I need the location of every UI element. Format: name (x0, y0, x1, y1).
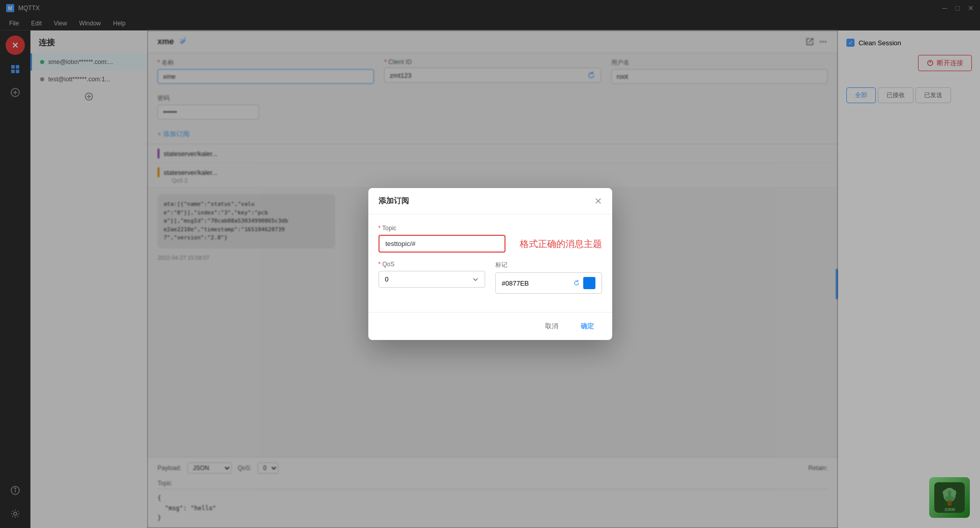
color-swatch[interactable] (583, 277, 595, 289)
dialog-tag-field: 标记 #0877EB (495, 261, 602, 294)
dialog-qos-label: QoS (378, 261, 485, 268)
dialog-title: 添加订阅 (378, 196, 409, 206)
dialog-close-button[interactable]: ✕ (594, 197, 602, 206)
dialog-annotation: 格式正确的消息主题 (520, 238, 602, 250)
add-subscription-dialog: 添加订阅 ✕ Topic 格式正确的消息主题 QoS 0 (368, 188, 612, 340)
dialog-color-input[interactable]: #0877EB (495, 272, 602, 294)
chevron-down-icon (472, 276, 479, 283)
dialog-color-hex: #0877EB (502, 279, 529, 287)
dialog-cancel-button[interactable]: 取消 (537, 319, 566, 334)
dialog-topic-input[interactable] (378, 235, 505, 253)
dialog-qos-value: 0 (385, 275, 389, 283)
dialog-topic-row: Topic 格式正确的消息主题 (378, 225, 602, 253)
refresh-color-icon[interactable] (573, 279, 580, 287)
dialog-footer: 取消 确定 (368, 312, 612, 340)
dialog-body: Topic 格式正确的消息主题 QoS 0 (368, 214, 612, 312)
dialog-header: 添加订阅 ✕ (368, 188, 612, 214)
dialog-tag-label: 标记 (495, 261, 602, 269)
dialog-topic-label: Topic (378, 225, 602, 232)
dialog-confirm-button[interactable]: 确定 (573, 319, 602, 334)
modal-overlay[interactable]: 添加订阅 ✕ Topic 格式正确的消息主题 QoS 0 (0, 0, 980, 528)
dialog-topic-field: Topic 格式正确的消息主题 (378, 225, 602, 253)
dialog-qos-field: QoS 0 (378, 261, 485, 288)
dialog-qos-tag-row: QoS 0 标记 #0877EB (378, 261, 602, 294)
dialog-qos-select[interactable]: 0 (378, 271, 485, 288)
